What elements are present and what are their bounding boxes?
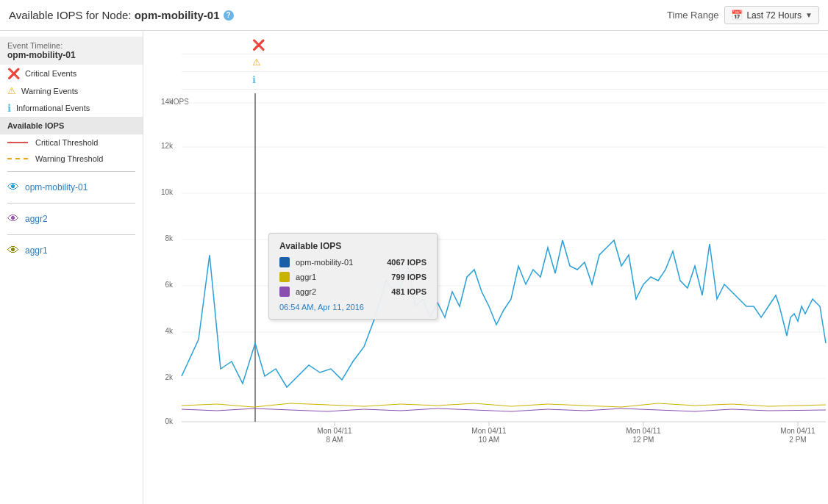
y-label-12k: 12k [161, 142, 174, 150]
tooltip-row-aggr1: aggr1 799 IOPS [279, 272, 427, 282]
y-label-0k: 0k [165, 417, 174, 425]
tooltip-row-opm: opm-mobility-01 4067 IOPS [279, 257, 427, 267]
tooltip-name-aggr1: aggr1 [296, 273, 385, 281]
x-label-1-line1: Mon 04/11 [317, 427, 352, 435]
x-label-2-line2: 10 AM [479, 436, 499, 444]
tooltip-value-opm: 4067 IOPS [387, 258, 427, 267]
critical-threshold-label: Critical Threshold [35, 138, 98, 147]
chart-line-aggr2 [182, 408, 826, 411]
critical-events-label: Critical Events [25, 69, 76, 78]
x-label-3-line2: 12 PM [633, 436, 654, 444]
tooltip-name-opm: opm-mobility-01 [296, 258, 381, 267]
x-label-3-line1: Mon 04/11 [626, 427, 661, 435]
sidebar: Event Timeline: opm-mobility-01 ❌ Critic… [0, 31, 143, 504]
series-divider-1 [7, 171, 135, 172]
available-iops-section: Available IOPS [0, 117, 143, 134]
series-item-aggr1[interactable]: 👁 aggr1 [0, 240, 143, 262]
info-events-item: ℹ Informational Events [0, 99, 143, 117]
tooltip-title: Available IOPS [279, 241, 427, 251]
warning-events-icon: ⚠ [7, 85, 16, 96]
svg-chart-container: 14k IOPS 12k 10k 8k 6k 4k 2k 0k [143, 90, 828, 450]
critical-events-icon: ❌ [7, 68, 20, 79]
chart-line-aggr1 [182, 403, 826, 407]
critical-threshold-line [7, 142, 28, 143]
x-label-1-line2: 8 AM [326, 436, 343, 444]
eye-icon-aggr2: 👁 [7, 212, 19, 226]
warning-event-dot: ⚠ [252, 57, 261, 68]
critical-events-item: ❌ Critical Events [0, 65, 143, 82]
tooltip-name-aggr2: aggr2 [296, 287, 385, 296]
series-name-aggr2: aggr2 [25, 214, 48, 224]
x-label-2-line1: Mon 04/11 [471, 427, 507, 435]
chart-wrapper: ❌ ⚠ ℹ 14k IOPS 12k 10k 8 [143, 37, 828, 504]
eye-icon-aggr1: 👁 [7, 244, 19, 257]
chart-tooltip: Available IOPS opm-mobility-01 4067 IOPS… [268, 233, 438, 320]
info-events-label: Informational Events [16, 104, 90, 112]
tooltip-color-aggr2 [279, 287, 290, 297]
y-label-10k: 10k [161, 188, 174, 196]
eye-icon-opm: 👁 [7, 181, 19, 194]
dropdown-arrow-icon: ▼ [805, 11, 813, 19]
event-timeline-header: Event Timeline: opm-mobility-01 [0, 37, 143, 65]
main-chart-svg: 14k IOPS 12k 10k 8k 6k 4k 2k 0k [143, 90, 827, 450]
tooltip-row-aggr2: aggr2 481 IOPS [279, 287, 427, 297]
y-label-8k: 8k [165, 234, 174, 242]
info-event-dot: ℹ [252, 74, 256, 85]
y-label-2k: 2k [165, 373, 174, 381]
time-range-button[interactable]: 📅 Last 72 Hours ▼ [724, 6, 819, 24]
info-events-icon: ℹ [7, 102, 11, 114]
warning-threshold-label: Warning Threshold [35, 154, 103, 163]
warning-event-row: ⚠ [182, 54, 828, 72]
tooltip-value-aggr2: 481 IOPS [391, 287, 427, 296]
time-range-label: Time Range [667, 10, 718, 21]
warning-threshold-line [7, 158, 28, 159]
tooltip-value-aggr1: 799 IOPS [391, 273, 427, 281]
series-name-opm: opm-mobility-01 [25, 182, 88, 192]
tooltip-color-opm [279, 257, 290, 267]
header-bar: Available IOPS for Node: opm-mobility-01… [0, 0, 828, 31]
tooltip-color-aggr1 [279, 272, 290, 282]
series-item-aggr2[interactable]: 👁 aggr2 [0, 208, 143, 230]
series-item-opm[interactable]: 👁 opm-mobility-01 [0, 176, 143, 198]
tooltip-timestamp: 06:54 AM, Apr 11, 2016 [279, 303, 427, 312]
iops-unit: IOPS [171, 98, 189, 106]
page-title: Available IOPS for Node: opm-mobility-01 [9, 9, 220, 21]
critical-event-dot: ❌ [252, 39, 265, 51]
series-divider-3 [7, 234, 135, 235]
main-container: Available IOPS for Node: opm-mobility-01… [0, 0, 828, 504]
warning-events-label: Warning Events [21, 87, 78, 96]
x-label-4-line2: 2 PM [789, 436, 806, 444]
title-prefix: Available IOPS for Node: [9, 9, 135, 21]
info-event-row: ℹ [182, 72, 828, 90]
warning-events-item: ⚠ Warning Events [0, 82, 143, 99]
y-label-4k: 4k [165, 327, 174, 335]
x-label-4-line1: Mon 04/11 [780, 427, 815, 435]
time-range-value: Last 72 Hours [746, 10, 802, 21]
series-name-aggr1: aggr1 [25, 245, 48, 256]
time-range-area: Time Range 📅 Last 72 Hours ▼ [667, 6, 819, 24]
critical-threshold-item: Critical Threshold [0, 134, 143, 151]
chart-area: ❌ ⚠ ℹ 14k IOPS 12k 10k 8 [143, 31, 828, 504]
y-label-6k: 6k [165, 281, 174, 289]
critical-event-row: ❌ [182, 37, 828, 54]
warning-threshold-item: Warning Threshold [0, 151, 143, 167]
series-divider-2 [7, 203, 135, 204]
calendar-icon: 📅 [731, 10, 743, 21]
event-timeline-label: Event Timeline: [7, 41, 135, 50]
event-timeline-node: opm-mobility-01 [7, 50, 135, 60]
help-icon[interactable]: ? [224, 10, 234, 21]
content-area: Event Timeline: opm-mobility-01 ❌ Critic… [0, 31, 828, 504]
node-name: opm-mobility-01 [135, 9, 220, 21]
